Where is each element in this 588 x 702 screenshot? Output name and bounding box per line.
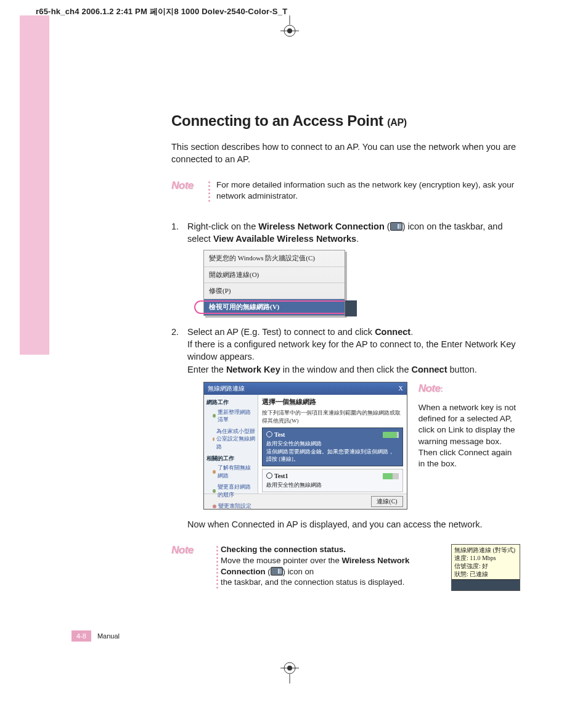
sidebar-heading: 相關的工作 (206, 455, 255, 463)
page-title: Connecting to an Access Point (AP) (171, 112, 520, 130)
dialog-heading: 選擇一個無線網路 (262, 397, 403, 407)
dialog-sidebar: 網路工作 重新整理網路清單 為住家或小型辦公室設定無線網路 相關的工作 了解有關… (204, 395, 258, 493)
doc-header: r65-hk_ch4 2006.1.2 2:41 PM 페이지8 1000 Do… (36, 6, 287, 17)
step-number: 1. (171, 220, 179, 233)
t: Network Key (226, 365, 280, 374)
dots: : (440, 384, 444, 394)
intro-text: This section describes how to connect to… (171, 141, 520, 166)
sidebar-link[interactable]: 重新整理網路清單 (213, 408, 255, 424)
note-icon: Note (171, 544, 194, 556)
step-number: 2. (171, 326, 179, 338)
t: in the window and then click the (280, 365, 412, 374)
close-icon[interactable]: X (398, 384, 402, 393)
t: the taskbar, and the connection status i… (221, 577, 404, 587)
menu-item[interactable]: 變更您的 Windows 防火牆設定值(C) (204, 250, 345, 266)
t: Wireless Network Connection (258, 221, 385, 231)
dots-divider (213, 544, 221, 590)
sidebar-link[interactable]: 了解有關無線網路 (213, 464, 255, 479)
radio-icon (266, 473, 272, 479)
t: Enter the (187, 365, 226, 374)
menu-item[interactable]: 修復(P) (204, 283, 345, 299)
dialog-main: 選擇一個無線網路 按下列清單中的一個項目來連線到範圍內的無線網路或取得其他資訊(… (258, 395, 407, 493)
title-main: Connecting to an Access Point (171, 112, 383, 129)
side-note-text: When a network key is not defined for a … (419, 402, 520, 469)
crop-mark-bottom (271, 659, 308, 683)
tooltip-line: 無線網路連線 (對等式) (454, 546, 517, 554)
ap-desc: 這個網路需要網路金鑰。如果您要連線到這個網路，請按 [連線]。 (266, 448, 399, 463)
sidebar-link[interactable]: 變更進階設定 (213, 502, 255, 510)
note-block-3: Note Checking the connection status. Mov… (171, 544, 520, 591)
t: Move the mouse pointer over the (221, 556, 341, 565)
t: ) icon on (283, 567, 314, 576)
ap-item-selected[interactable]: Test 啟用安全性的無線網路 這個網路需要網路金鑰。如果您要連線到這個網路，請… (262, 427, 403, 467)
sidebar-link[interactable]: 變更喜好網路的順序 (213, 483, 255, 498)
ap-desc: 啟用安全性的無線網路 (266, 482, 399, 489)
tooltip-line: 信號強度: 好 (454, 562, 517, 570)
t: If there is a configured network key for… (187, 339, 516, 361)
step-1: 1. Right-click on the Wireless Network C… (171, 220, 520, 316)
signal-icon (383, 473, 399, 479)
menu-item[interactable]: 開啟網路連線(O) (204, 267, 345, 283)
context-menu-figure: 變更您的 Windows 防火牆設定值(C) 開啟網路連線(O) 修復(P) 檢… (203, 250, 345, 316)
ap-item[interactable]: Test1 啟用安全性的無線網路 (262, 469, 403, 492)
sidebar-link[interactable]: 為住家或小型辦公室設定無線網路 (213, 427, 255, 451)
page-number: 4-8 (71, 630, 91, 642)
margin-tab (20, 15, 49, 355)
title-sub: (AP) (387, 117, 407, 128)
t: Right-click on the (187, 221, 258, 231)
ap-desc: 啟用安全性的無線網路 (266, 440, 399, 448)
t: button. (447, 365, 477, 374)
t: Checking the connection status. (221, 545, 346, 554)
t: Connect (375, 327, 410, 337)
note-icon: Note (171, 180, 205, 192)
t: Connect (412, 365, 447, 374)
note-block-1: Note For more detailed information such … (171, 180, 520, 203)
taskbar-corner (345, 300, 357, 316)
tooltip-line: 速度: 11.0 Mbps (454, 554, 517, 562)
connect-button[interactable]: 連線(C) (371, 496, 402, 507)
t: View Available Wireless Networks (213, 234, 356, 244)
t: ( (266, 567, 271, 576)
wireless-icon (390, 222, 402, 231)
signal-icon (383, 432, 399, 438)
taskbar-tray (452, 579, 520, 590)
dialog-title: 無線網路連線 (208, 384, 245, 393)
ap-name: Test (274, 431, 285, 438)
svg-point-3 (287, 28, 292, 33)
t: Select an AP (E.g. Test) to connect to a… (187, 327, 375, 337)
ap-name: Test1 (274, 473, 288, 479)
dialog-subtext: 按下列清單中的一個項目來連線到範圍內的無線網路或取得其他資訊(W) (262, 409, 403, 424)
radio-icon (266, 431, 272, 437)
t: . (410, 327, 413, 337)
step-2: 2. Select an AP (E.g. Test) to connect t… (171, 326, 520, 510)
status-tooltip: 無線網路連線 (對等式) 速度: 11.0 Mbps 信號強度: 好 狀態: 已… (451, 544, 520, 591)
after-text: Now when Connected in AP is displayed, a… (187, 519, 520, 529)
t: ( (385, 221, 390, 231)
menu-item-highlighted[interactable]: 檢視可用的無線網路(V) (204, 299, 345, 315)
dialog-titlebar: 無線網路連線 X (204, 382, 407, 395)
dots-divider (205, 180, 213, 203)
t: . (356, 234, 359, 244)
tooltip-line: 狀態: 已連線 (454, 570, 517, 578)
svg-point-7 (287, 666, 292, 671)
crop-mark-top (271, 15, 308, 40)
wireless-icon (271, 567, 283, 576)
note-text: For more detailed information such as th… (213, 180, 520, 202)
footer-label: Manual (97, 632, 120, 640)
side-note: Note: When a network key is not defined … (419, 382, 520, 469)
sidebar-heading: 網路工作 (206, 398, 255, 407)
wireless-dialog-figure: 無線網路連線 X 網路工作 重新整理網路清單 為住家或小型辦公室設定無線網路 相… (203, 382, 407, 510)
page-footer: 4-8 Manual (71, 630, 120, 642)
note-icon: Note (419, 382, 441, 394)
